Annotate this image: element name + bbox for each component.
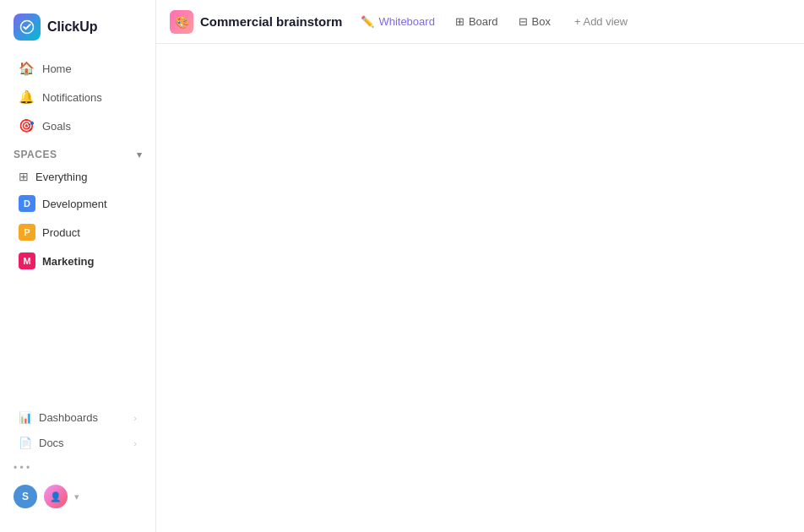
docs-icon: 📄 xyxy=(19,437,32,449)
bell-icon: 🔔 xyxy=(19,90,34,105)
whiteboard-tab-label: Whiteboard xyxy=(378,15,434,28)
whiteboard-container: ↖ ✏️ ⬜ 💬 T ↺ ⚙ 🌐 🖼 ••• xyxy=(156,44,804,532)
box-tab-label: Box xyxy=(532,15,551,28)
logo-text: ClickUp xyxy=(47,19,98,35)
user-chevron: ▾ xyxy=(74,491,79,502)
spaces-section-header: Spaces ▾ xyxy=(0,140,155,164)
main-content: 🎨 Commercial brainstorm ✏️ Whiteboard ⊞ … xyxy=(156,0,804,532)
sidebar-item-dashboards[interactable]: 📊 Dashboards › xyxy=(5,405,150,430)
box-tab-icon: ⊟ xyxy=(519,15,528,28)
sidebar-label-everything: Everything xyxy=(35,171,87,183)
whiteboard-tab-icon: ✏️ xyxy=(361,15,374,28)
header: 🎨 Commercial brainstorm ✏️ Whiteboard ⊞ … xyxy=(156,0,804,44)
marketing-badge: M xyxy=(19,252,35,269)
docs-label: Docs xyxy=(39,437,64,449)
add-view-label: + Add view xyxy=(574,15,627,28)
dashboards-chevron: › xyxy=(133,413,137,423)
logo-icon xyxy=(14,14,41,41)
breadcrumb-icon: 🎨 xyxy=(170,10,193,34)
sidebar-label-marketing: Marketing xyxy=(42,255,94,268)
user-avatar-s: S xyxy=(14,485,37,508)
view-tabs: ✏️ Whiteboard ⊞ Board ⊟ Box + Add view xyxy=(352,11,636,32)
sidebar-item-development[interactable]: D Development xyxy=(5,190,150,217)
header-left: 🎨 Commercial brainstorm ✏️ Whiteboard ⊞ … xyxy=(170,10,636,34)
board-tab-label: Board xyxy=(469,15,498,28)
sidebar-item-marketing[interactable]: M Marketing xyxy=(5,247,150,274)
docs-chevron: › xyxy=(133,438,137,448)
nav-label-goals: Goals xyxy=(42,120,71,133)
sidebar-item-product[interactable]: P Product xyxy=(5,219,150,246)
tab-box[interactable]: ⊟ Box xyxy=(510,11,559,32)
add-view-button[interactable]: + Add view xyxy=(566,11,636,32)
sidebar: ClickUp 🏠 Home 🔔 Notifications 🎯 Goals S… xyxy=(0,0,156,532)
page-title: Commercial brainstorm xyxy=(200,14,342,29)
nav-item-notifications[interactable]: 🔔 Notifications xyxy=(5,84,150,111)
product-badge: P xyxy=(19,224,35,241)
tab-whiteboard[interactable]: ✏️ Whiteboard xyxy=(352,11,443,32)
nav-item-home[interactable]: 🏠 Home xyxy=(5,55,150,82)
dashboards-icon: 📊 xyxy=(19,411,32,424)
logo-area: ClickUp xyxy=(0,10,155,54)
spaces-label: Spaces xyxy=(14,149,57,160)
sidebar-bottom: 📊 Dashboards › 📄 Docs › • • • S 👤 ▾ xyxy=(0,398,155,522)
sidebar-label-product: Product xyxy=(42,226,80,239)
spaces-chevron[interactable]: ▾ xyxy=(137,149,143,160)
sidebar-item-everything[interactable]: ⊞ Everything xyxy=(5,165,150,188)
nav-label-notifications: Notifications xyxy=(42,91,102,104)
dashboards-label: Dashboards xyxy=(39,411,98,424)
user-area[interactable]: S 👤 ▾ xyxy=(0,478,155,515)
development-badge: D xyxy=(19,195,35,212)
nav-label-home: Home xyxy=(42,62,72,75)
sidebar-item-docs[interactable]: 📄 Docs › xyxy=(5,431,150,455)
more-tools-icon: • • • xyxy=(14,462,30,474)
everything-icon: ⊞ xyxy=(19,170,29,183)
tab-board[interactable]: ⊞ Board xyxy=(447,11,507,32)
dashboards-left: 📊 Dashboards xyxy=(19,411,98,424)
home-icon: 🏠 xyxy=(19,61,34,76)
user-avatar-photo: 👤 xyxy=(44,485,68,508)
board-tab-icon: ⊞ xyxy=(455,15,464,28)
nav-item-goals[interactable]: 🎯 Goals xyxy=(5,112,150,139)
more-tools-row[interactable]: • • • xyxy=(0,456,155,478)
sidebar-label-development: Development xyxy=(42,198,107,210)
docs-left: 📄 Docs xyxy=(19,437,64,449)
goals-icon: 🎯 xyxy=(19,118,34,133)
